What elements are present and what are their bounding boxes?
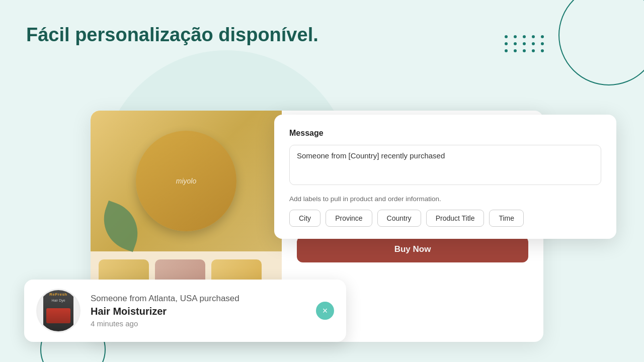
notification-avatar [36,289,80,333]
label-product-title[interactable]: Product Title [426,210,485,227]
message-panel: Message Add labels to pull in product an… [274,115,616,239]
notification-close-button[interactable]: × [316,302,334,320]
label-country[interactable]: Country [377,210,421,227]
notification-time: 4 minutes ago [91,319,306,328]
notification-content: Someone from Atlanta, USA purchased Hair… [91,294,306,328]
buy-now-button[interactable]: Buy Now [297,236,528,262]
label-tags-container: City Province Country Product Title Time [289,210,601,227]
product-icon [43,289,73,333]
product-image-inner [136,131,236,231]
product-icon-stripe [46,308,70,323]
notification-product-name: Hair Moisturizer [91,306,306,317]
labels-info-text: Add labels to pull in product and order … [289,195,601,203]
product-main-image [91,111,282,251]
message-panel-title: Message [289,129,601,138]
product-leaf-decoration [95,201,147,252]
notification-popup: Someone from Atlanta, USA purchased Hair… [24,280,346,342]
notification-text: Someone from Atlanta, USA purchased [91,294,306,304]
label-city[interactable]: City [289,210,320,227]
label-province[interactable]: Province [326,210,372,227]
main-heading: Fácil personalização disponível. [26,24,318,46]
label-time[interactable]: Time [489,210,524,227]
bg-circle-top-right [558,0,644,85]
dot-grid [505,35,546,52]
message-textarea[interactable] [289,145,601,185]
